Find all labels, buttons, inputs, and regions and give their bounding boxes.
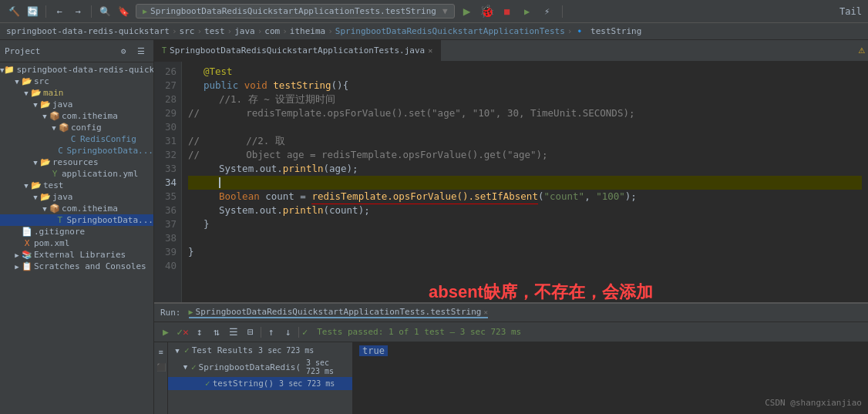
- bottom-tab-run[interactable]: ▶ SpringbootDataRedisQuickstartApplicati…: [189, 307, 488, 318]
- xml-icon: X: [22, 238, 32, 248]
- kw-void: void: [244, 79, 267, 93]
- filter-icon[interactable]: ⬛: [155, 361, 167, 373]
- bookmark-icon[interactable]: 🔖: [116, 4, 131, 19]
- tree-gitignore-label: .gitignore: [34, 227, 85, 237]
- run-config-dropdown[interactable]: ▶ SpringbootDataRedisQuickstartApplicati…: [136, 4, 455, 19]
- coverage-icon[interactable]: ▶: [520, 4, 535, 19]
- tree-testjava[interactable]: ▼ 📂 java: [0, 191, 153, 203]
- code-content[interactable]: @Test public void testString (){ //1. 存 …: [182, 62, 868, 302]
- tail-button[interactable]: Tail: [839, 6, 862, 17]
- line-numbers: 26 27 28 29 30 31 32 33 34 35 36 37 38 3…: [154, 62, 182, 302]
- expand-arrow: ▼: [40, 205, 49, 213]
- sidebar-settings-icon[interactable]: ⚙: [116, 43, 131, 59]
- build-icon[interactable]: 🔨: [6, 4, 22, 19]
- bottom-tab-close-icon[interactable]: ✕: [483, 308, 487, 316]
- breadcrumb-java[interactable]: java: [234, 26, 255, 36]
- main-layout: Project ⚙ ☰ ▼ 📁 springboot-data-redis-qu…: [0, 40, 868, 414]
- sep1: [45, 5, 46, 18]
- code-line-32: // Object age = redisTemplate.opsForValu…: [188, 148, 862, 162]
- breadcrumb-itheima[interactable]: itheima: [290, 26, 325, 36]
- sync-icon[interactable]: 🔄: [25, 4, 40, 19]
- up-icon[interactable]: ↑: [264, 325, 278, 339]
- tree-src[interactable]: ▼ 📂 src: [0, 76, 153, 87]
- test-passed-badge: Tests passed: 1 of 1 test – 3 sec 723 ms: [317, 327, 521, 337]
- comment-32: // Object age = redisTemplate.opsForValu…: [188, 148, 548, 162]
- test-results-label: Test Results: [192, 345, 253, 355]
- pass-icon: ✓: [184, 345, 190, 355]
- expand-icon[interactable]: ☰: [227, 325, 241, 339]
- rerun-button[interactable]: ▶: [159, 325, 173, 339]
- tree-config[interactable]: ▼ 📦 config: [0, 122, 153, 133]
- sep3: [562, 5, 563, 18]
- expand-arrow: ▼: [40, 113, 49, 120]
- breadcrumb-method[interactable]: 🔹 testString: [574, 26, 641, 36]
- expand-arrow: ▼: [49, 124, 59, 132]
- breadcrumb-class[interactable]: SpringbootDataRedisQuickstartApplication…: [335, 26, 565, 36]
- tree-gitignore[interactable]: 📄 .gitignore: [0, 226, 153, 237]
- tree-java[interactable]: ▼ 📂 java: [0, 99, 153, 110]
- tree-root[interactable]: ▼ 📁 springboot-data-redis-quickstart: [0, 64, 153, 76]
- ln-39: 39: [159, 245, 177, 259]
- forward-icon[interactable]: →: [70, 4, 86, 19]
- tree-main[interactable]: ▼ 📂 main: [0, 87, 153, 99]
- tree-test-label: test: [43, 180, 64, 190]
- check-icon[interactable]: ✓ ✕: [176, 325, 190, 339]
- run-button[interactable]: ▶: [459, 4, 475, 19]
- tree-resources-label: resources: [52, 157, 99, 167]
- back-icon[interactable]: ←: [52, 4, 67, 19]
- tree-redisconfig[interactable]: C RedisConfig: [0, 133, 153, 145]
- test-results-class[interactable]: ▼ ✓ SpringbootDataRedis( 3 sec 723 ms: [168, 357, 352, 377]
- debug-button[interactable]: 🐞: [479, 4, 495, 19]
- tab-close-icon[interactable]: ✕: [428, 46, 432, 55]
- tree-scratches[interactable]: ▶ 📋 Scratches and Consoles: [0, 261, 153, 272]
- tree-pomxml[interactable]: X pom.xml: [0, 237, 153, 249]
- search-icon[interactable]: 🔍: [97, 4, 113, 19]
- code-line-39: }: [188, 245, 862, 259]
- stop-icon[interactable]: ■: [500, 4, 515, 19]
- tree-external-libs[interactable]: ▶ 📚 External Libraries: [0, 249, 153, 261]
- folder-icon: 📂: [22, 76, 32, 86]
- run-config-label: SpringbootDataRedisQuickstartApplication…: [150, 6, 436, 16]
- collapse-icon[interactable]: ⊟: [244, 325, 257, 339]
- breadcrumb-project[interactable]: springboot-data-redis-quickstart: [6, 26, 170, 36]
- tree-springbootdata-test[interactable]: T SpringbootData...: [0, 214, 153, 226]
- breadcrumb-com[interactable]: com: [264, 26, 280, 36]
- warning-icon: ⚠: [859, 43, 865, 56]
- sidebar-collapse-icon[interactable]: ☰: [133, 43, 149, 59]
- test-results-method[interactable]: ✓ testString() 3 sec 723 ms: [168, 377, 352, 390]
- sort2-icon[interactable]: ⇅: [210, 325, 224, 339]
- profile-icon[interactable]: ⚡: [540, 4, 555, 19]
- pass-icon: ✓: [191, 362, 197, 372]
- editor-tab-main[interactable]: T SpringbootDataRedisQuickstartApplicati…: [154, 40, 441, 62]
- expand-arrow: ▼: [22, 89, 31, 97]
- sep: ›: [282, 26, 288, 36]
- tree-test-comitheima[interactable]: ▼ 📦 com.itheima: [0, 203, 153, 214]
- test-results-root[interactable]: ▼ ✓ Test Results 3 sec 723 ms: [168, 344, 352, 357]
- file-tree: ▼ 📁 springboot-data-redis-quickstart ▼ 📂…: [0, 62, 153, 414]
- ln-32: 32: [159, 148, 177, 162]
- annotation-token: @Test: [204, 65, 233, 79]
- bottom-left-sidebar: ≡ ⬛: [154, 342, 168, 414]
- tree-pomxml-label: pom.xml: [34, 238, 69, 248]
- ln-29: 29: [159, 106, 177, 120]
- code-editor[interactable]: 26 27 28 29 30 31 32 33 34 35 36 37 38 3…: [154, 62, 868, 302]
- tree-springbootdata[interactable]: C SpringbootData...: [0, 145, 153, 157]
- sort-icon[interactable]: ↕: [193, 325, 207, 339]
- tree-applicationyml[interactable]: Y application.yml: [0, 168, 153, 180]
- tree-resources[interactable]: ▼ 📂 resources: [0, 157, 153, 168]
- ln-40: 40: [159, 259, 177, 273]
- sep: ›: [172, 26, 177, 36]
- sidebar-toggle-icon[interactable]: ≡: [155, 345, 167, 358]
- lib-icon: 📚: [22, 250, 32, 260]
- down-icon[interactable]: ↓: [281, 325, 295, 339]
- tree-comitheima[interactable]: ▼ 📦 com.itheima: [0, 110, 153, 122]
- breadcrumb-test[interactable]: test: [204, 26, 225, 36]
- bottom-toolbar: ▶ ✓ ✕ ↕ ⇅ ☰ ⊟ ↑ ↓ ✓ Tests passed: 1 of 1…: [154, 322, 868, 342]
- breadcrumb-src[interactable]: src: [180, 26, 195, 36]
- resources-icon: 📂: [40, 157, 51, 167]
- tree-test-com-label: com.itheima: [62, 204, 118, 214]
- sep: ›: [567, 26, 573, 36]
- tree-test[interactable]: ▼ 📂 test: [0, 180, 153, 191]
- bottom-tabs: Run: ▶ SpringbootDataRedisQuickstartAppl…: [154, 304, 868, 322]
- pass-icon: ✓: [205, 379, 210, 389]
